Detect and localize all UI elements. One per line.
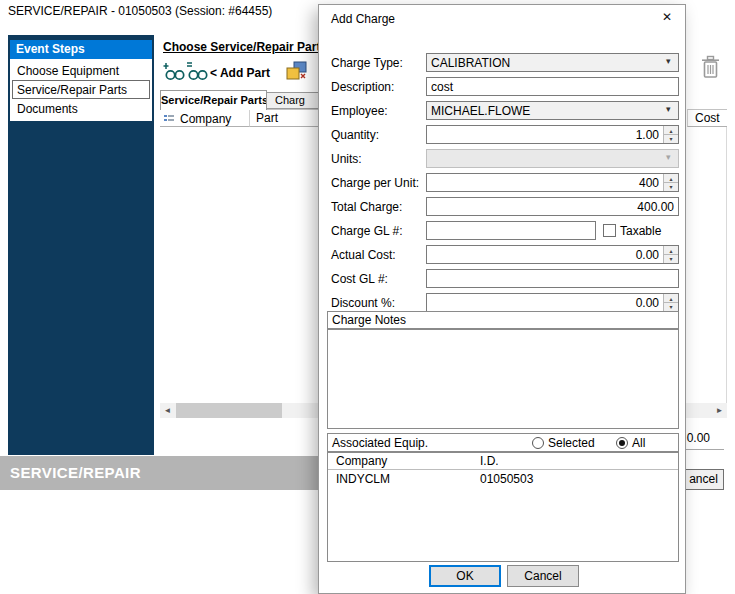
equip-row-company: INDYCLM: [336, 472, 390, 486]
actual-cost-stepper: [426, 245, 679, 264]
charge-gl-input[interactable]: [426, 221, 596, 240]
spinner-buttons: [663, 294, 678, 311]
catalog-icon[interactable]: [284, 60, 309, 86]
spin-up-icon[interactable]: [663, 294, 678, 302]
associated-equip-label: Associated Equip.: [332, 436, 428, 450]
total-charge-label: Total Charge:: [331, 200, 402, 214]
charges-total-divider: [686, 449, 724, 450]
total-charge-input[interactable]: [426, 197, 679, 216]
quantity-input[interactable]: [426, 125, 679, 144]
radio-selected[interactable]: [532, 437, 544, 449]
chevron-down-icon: [662, 102, 678, 119]
actual-cost-input[interactable]: [426, 245, 679, 264]
description-input[interactable]: [426, 77, 679, 96]
chevron-down-icon: [662, 54, 678, 71]
employee-value: MICHAEL.FLOWE: [427, 102, 662, 119]
discount-label: Discount %:: [331, 296, 395, 310]
associated-equip-bar: Associated Equip. Selected All: [327, 433, 679, 452]
equip-list-header: Company I.D.: [328, 453, 678, 470]
dialog-title: Add Charge: [331, 12, 395, 26]
trash-icon[interactable]: [700, 55, 721, 83]
column-header-cost[interactable]: Cost: [687, 109, 727, 127]
radio-all[interactable]: [616, 437, 628, 449]
charge-notes-header: Charge Notes: [327, 311, 679, 329]
company-header-label: Company: [180, 111, 231, 127]
cost-gl-input[interactable]: [426, 269, 679, 288]
spinner-buttons: [663, 246, 678, 263]
charge-type-value: CALIBRATION: [427, 54, 662, 71]
units-label: Units:: [331, 152, 362, 166]
chevron-down-icon: [662, 150, 678, 167]
cost-gl-label: Cost GL #:: [331, 272, 388, 286]
spin-down-icon[interactable]: [663, 302, 678, 311]
cancel-button-partial[interactable]: ancel: [683, 469, 724, 490]
window-title: SERVICE/REPAIR - 01050503 (Session: #644…: [8, 4, 272, 18]
equip-column-id: I.D.: [480, 454, 499, 468]
sidebar-item-service-repair-parts[interactable]: Service/Repair Parts: [12, 80, 150, 99]
charge-gl-label: Charge GL #:: [331, 224, 403, 238]
add-charge-dialog: Add Charge ✕ Charge Type: CALIBRATION De…: [318, 4, 686, 594]
event-steps-header: Event Steps: [10, 40, 152, 59]
charge-per-unit-input[interactable]: [426, 173, 679, 192]
scroll-right-icon[interactable]: ►: [712, 403, 727, 418]
close-icon[interactable]: ✕: [655, 10, 679, 28]
radio-all-label[interactable]: All: [632, 436, 645, 450]
sidebar-item-documents[interactable]: Documents: [12, 99, 150, 118]
equip-column-company: Company: [336, 454, 387, 468]
ok-button[interactable]: OK: [429, 565, 501, 587]
discount-stepper: [426, 293, 679, 312]
spin-down-icon[interactable]: [663, 182, 678, 191]
add-part-button[interactable]: < Add Part: [210, 66, 270, 80]
charge-type-label: Charge Type:: [331, 56, 403, 70]
scroll-left-icon[interactable]: ◄: [160, 403, 175, 418]
spin-down-icon[interactable]: [663, 254, 678, 263]
spinner-buttons: [663, 126, 678, 143]
equip-row-id: 01050503: [480, 472, 533, 486]
spinner-buttons: [663, 174, 678, 191]
search-parts-icon[interactable]: [163, 61, 185, 85]
spin-up-icon[interactable]: [663, 246, 678, 254]
tab-service-repair-parts[interactable]: Service/Repair Parts: [160, 90, 267, 110]
charge-type-select[interactable]: CALIBRATION: [426, 53, 679, 72]
description-label: Description:: [331, 80, 394, 94]
charge-per-unit-stepper: [426, 173, 679, 192]
event-steps-panel: Event Steps Choose Equipment Service/Rep…: [8, 35, 154, 455]
quantity-label: Quantity:: [331, 128, 379, 142]
actual-cost-label: Actual Cost:: [331, 248, 396, 262]
column-header-company[interactable]: Company: [160, 109, 250, 127]
units-select: [426, 149, 679, 168]
discount-input[interactable]: [426, 293, 679, 312]
event-steps-list: Choose Equipment Service/Repair Parts Do…: [10, 59, 152, 121]
taxable-checkbox[interactable]: [603, 224, 616, 237]
equip-row[interactable]: INDYCLM 01050503: [328, 470, 678, 487]
cancel-button[interactable]: Cancel: [507, 565, 579, 587]
charge-per-unit-label: Charge per Unit:: [331, 176, 419, 190]
radio-selected-label[interactable]: Selected: [548, 436, 595, 450]
spin-up-icon[interactable]: [663, 174, 678, 182]
associated-equip-list: Company I.D. INDYCLM 01050503: [327, 452, 679, 562]
sidebar-item-choose-equipment[interactable]: Choose Equipment: [12, 61, 150, 80]
scrollbar-thumb[interactable]: [176, 403, 282, 418]
spin-up-icon[interactable]: [663, 126, 678, 134]
charge-notes-input[interactable]: [327, 329, 679, 429]
quantity-stepper: [426, 125, 679, 144]
employee-select[interactable]: MICHAEL.FLOWE: [426, 101, 679, 120]
employee-label: Employee:: [331, 104, 388, 118]
search-parts-alt-icon[interactable]: [186, 61, 208, 85]
taxable-label[interactable]: Taxable: [620, 224, 661, 238]
company-list-icon: [163, 113, 175, 129]
spin-down-icon[interactable]: [663, 134, 678, 143]
units-value: [427, 150, 662, 167]
